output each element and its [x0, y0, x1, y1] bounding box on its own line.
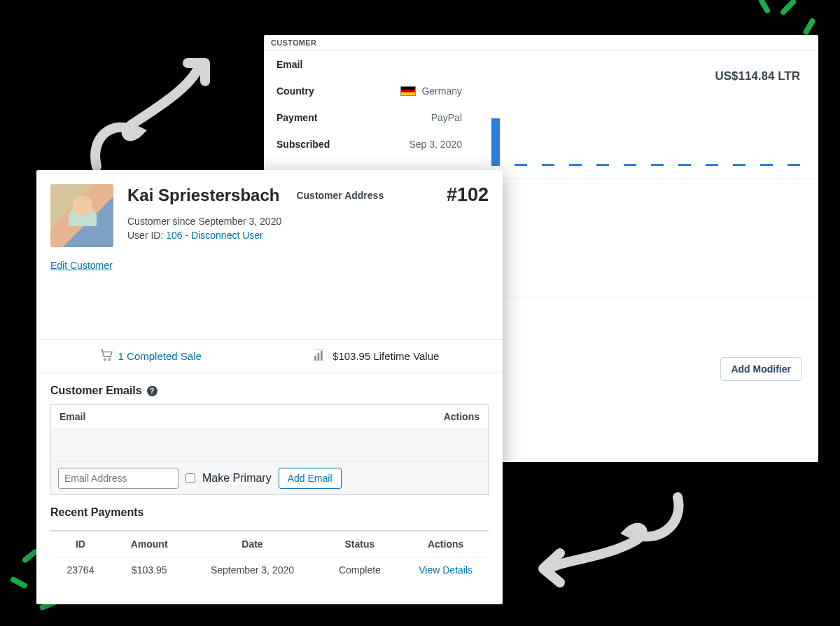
svg-point-0	[104, 359, 105, 360]
email-label: Email	[276, 59, 302, 70]
payment-label: Payment	[276, 112, 317, 123]
help-icon[interactable]: ?	[147, 386, 158, 396]
squiggle-arrow-icon	[83, 41, 223, 181]
add-email-button[interactable]: Add Email	[279, 468, 342, 489]
customer-emails-title: Customer Emails	[50, 384, 142, 397]
panel-header: CUSTOMER	[264, 35, 818, 51]
svg-rect-3	[318, 353, 320, 361]
email-address-input[interactable]	[58, 468, 178, 489]
ltr-value: US$114.84 LTR	[483, 69, 800, 83]
payments-col-status: Status	[317, 538, 403, 550]
chart-bar-empty	[569, 164, 582, 166]
decorative-stroke	[758, 0, 771, 14]
customer-detail-list: Email Country Germany Payment PayPal Sub…	[264, 51, 475, 179]
user-id-link[interactable]: 106	[166, 230, 182, 241]
user-id-label: User ID:	[127, 230, 163, 241]
chart-bar-empty	[706, 164, 718, 166]
payments-col-date: Date	[188, 538, 316, 550]
avatar	[50, 184, 113, 247]
payments-col-id: ID	[50, 538, 111, 550]
decorative-stroke	[779, 0, 797, 16]
country-label: Country	[276, 85, 314, 97]
svg-point-1	[108, 359, 110, 360]
disconnect-user-link[interactable]: Disconnect User	[191, 230, 263, 241]
customer-number: #102	[447, 184, 489, 206]
make-primary-checkbox[interactable]	[186, 473, 195, 483]
table-row: 23764 $103.95 September 3, 2020 Complete…	[50, 557, 489, 583]
chart-bar	[491, 118, 500, 166]
customer-name: Kai Spriestersbach	[127, 186, 279, 205]
make-primary-label: Make Primary	[202, 472, 272, 485]
payment-status: Complete	[317, 564, 403, 576]
squiggle-arrow-icon	[531, 490, 692, 602]
country-value: Germany	[421, 85, 462, 97]
payment-value: PayPal	[431, 112, 462, 123]
chart-bar-empty	[596, 164, 609, 166]
chart-bar-empty	[514, 164, 527, 166]
payment-amount: $103.95	[111, 564, 188, 576]
add-modifier-button[interactable]: Add Modifier	[720, 357, 802, 381]
emails-table: Email Actions Make Primary Add Email	[50, 404, 489, 495]
decorative-stroke	[10, 576, 29, 589]
germany-flag-icon	[400, 86, 416, 96]
payments-col-amount: Amount	[111, 538, 188, 550]
chart-bar-empty	[678, 164, 691, 166]
lifetime-value: $103.95 Lifetime Value	[332, 350, 439, 362]
view-details-link[interactable]: View Details	[419, 564, 472, 576]
chart-bar-empty	[624, 164, 636, 166]
recent-payments-title: Recent Payments	[50, 506, 144, 519]
payment-date: September 3, 2020	[188, 564, 316, 576]
customer-address-label: Customer Address	[296, 190, 384, 201]
chart-bar-empty	[651, 164, 664, 166]
decorative-stroke	[802, 18, 816, 36]
ltr-chart: US$114.84 LTR	[475, 51, 818, 179]
subscribed-label: Subscribed	[276, 139, 330, 150]
svg-rect-4	[321, 351, 323, 361]
emails-col-email: Email	[59, 411, 444, 422]
payment-id: 23764	[50, 564, 111, 576]
ltr-bars	[483, 111, 800, 166]
chart-bar-empty	[733, 164, 746, 166]
edit-customer-link[interactable]: Edit Customer	[50, 260, 113, 271]
customer-detail-card: Kai Spriestersbach Customer Address #102…	[36, 170, 503, 604]
chart-bar-empty	[788, 164, 800, 166]
chart-bar-empty	[542, 164, 554, 166]
chart-bar-empty	[760, 164, 773, 166]
emails-table-body	[51, 429, 488, 461]
chart-icon	[314, 349, 327, 363]
emails-col-actions: Actions	[444, 411, 479, 422]
payments-col-actions: Actions	[402, 538, 489, 550]
payments-table: ID Amount Date Status Actions 23764 $103…	[50, 530, 489, 583]
cart-icon	[100, 349, 113, 363]
svg-rect-2	[314, 356, 316, 361]
customer-since: Customer since September 3, 2020	[127, 216, 489, 227]
completed-sales-link[interactable]: 1 Completed Sale	[118, 350, 202, 362]
subscribed-value: Sep 3, 2020	[409, 139, 462, 150]
